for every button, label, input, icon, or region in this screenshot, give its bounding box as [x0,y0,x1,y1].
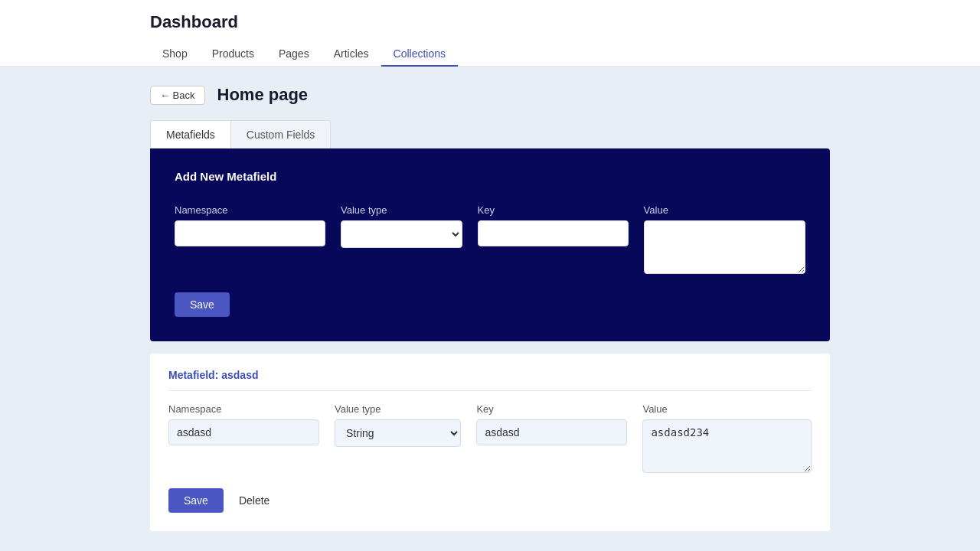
nav-collections[interactable]: Collections [381,41,458,66]
key-group: Key [478,204,629,274]
key-input[interactable] [478,220,629,246]
nav-articles[interactable]: Articles [322,41,381,66]
record-namespace-group: Namespace [168,403,319,473]
nav-products[interactable]: Products [200,41,266,66]
tab-custom-fields[interactable]: Custom Fields [231,121,330,148]
value-textarea[interactable] [644,220,805,274]
record-key-group: Key [476,403,627,473]
add-metafield-heading: Add New Metafield [175,170,805,183]
nav-shop[interactable]: Shop [150,41,200,66]
namespace-input[interactable] [175,220,325,246]
record-key-input[interactable] [476,419,627,445]
back-button[interactable]: ← Back [150,86,205,105]
metafield-record-0: Metafield: asdasd Namespace Value type S… [150,354,830,531]
value-group: Value [644,204,805,274]
record-delete-button[interactable]: Delete [230,488,279,513]
value-type-group: Value type String Integer JSON string [341,204,462,274]
record-value-type-group: Value type String Integer JSON string [335,403,461,473]
add-form-row: Namespace Value type String Integer JSON… [175,204,805,274]
key-label: Key [478,204,629,216]
tab-bar: Metafields Custom Fields [150,120,331,148]
dashboard-title: Dashboard [0,12,980,41]
namespace-label: Namespace [175,204,325,216]
record-value-type-select[interactable]: String Integer JSON string [335,419,461,447]
metafield-record-title: Metafield: asdasd [168,369,812,391]
page-header: ← Back Home page [150,85,830,105]
main-content: ← Back Home page Metafields Custom Field… [0,67,980,551]
page-title: Home page [217,85,309,105]
record-save-button[interactable]: Save [168,488,224,513]
nav-pages[interactable]: Pages [266,41,322,66]
record-footer: Save Delete [168,488,812,513]
value-label: Value [644,204,805,216]
value-type-select[interactable]: String Integer JSON string [341,220,462,248]
record-key-label: Key [476,403,627,415]
tab-metafields[interactable]: Metafields [151,121,231,148]
record-value-type-label: Value type [335,403,461,415]
add-save-button[interactable]: Save [175,292,230,317]
record-value-label: Value [642,403,812,415]
metafield-form-row: Namespace Value type String Integer JSON… [168,403,812,473]
add-metafield-card: Add New Metafield Namespace Value type S… [150,148,830,341]
value-type-label: Value type [341,204,462,216]
main-nav: Shop Products Pages Articles Collections [0,41,980,66]
record-namespace-input[interactable] [168,419,319,445]
namespace-group: Namespace [175,204,325,274]
record-value-textarea[interactable]: asdasd234 [642,419,812,473]
record-namespace-label: Namespace [168,403,319,415]
record-value-group: Value asdasd234 [642,403,812,473]
